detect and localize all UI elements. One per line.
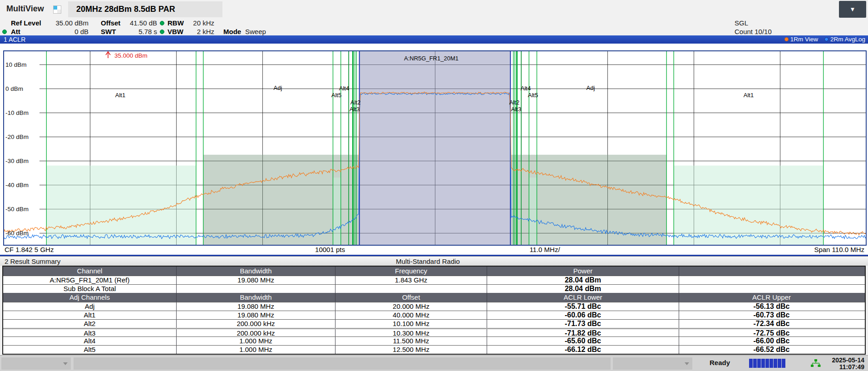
header-cell: Power: [487, 267, 679, 276]
window-menu-button[interactable]: ▼: [839, 1, 866, 18]
sweep-count: Count 10/10: [735, 28, 784, 35]
trace-dot-icon: [784, 37, 789, 41]
data-cell: Alt1: [3, 311, 177, 319]
y-axis-label: -60 dBm: [5, 230, 29, 237]
rbw-label: RBW: [168, 19, 184, 27]
aclr-window-title: 1 ACLR: [4, 36, 25, 43]
data-cell: [679, 285, 864, 293]
y-axis-label: -10 dBm: [5, 109, 29, 116]
data-cell: -60.06 dBc: [487, 311, 679, 319]
data-cell: 28.04 dBm: [487, 285, 679, 293]
table-row: A:NR5G_FR1_20M1 (Ref)19.080 MHz1.843 GHz…: [3, 276, 865, 284]
y-axis-label: -20 dBm: [5, 134, 29, 140]
channel-annotation: Alt2: [350, 99, 360, 106]
network-icon: [811, 358, 821, 368]
mode-value[interactable]: Sweep: [245, 28, 272, 35]
data-cell: -56.13 dBc: [679, 302, 864, 311]
data-cell: 200.000 kHz: [177, 320, 335, 328]
progress-segment: [765, 359, 769, 368]
limit-region-tx-channel: [360, 51, 511, 245]
data-cell: 10.100 MHz: [335, 320, 487, 328]
data-cell: -72.75 dBc: [679, 329, 864, 336]
data-cell: 28.04 dBm: [487, 276, 679, 284]
data-cell: 12.500 MHz: [335, 346, 487, 354]
data-cell: 20.000 MHz: [335, 302, 487, 311]
legend-trace-label: 2Rm AvgLog: [830, 36, 865, 43]
y-axis-label: -50 dBm: [5, 206, 29, 213]
center-frequency[interactable]: CF 1.842 5 GHz: [5, 246, 54, 253]
channel-annotation: Alt1: [115, 92, 125, 99]
status-dropdown-left[interactable]: [1, 357, 71, 370]
chart-footer: CF 1.842 5 GHz 10001 pts 11.0 MHz/ Span …: [0, 246, 868, 255]
ref-level-value[interactable]: 35.00 dBm: [43, 19, 89, 27]
legend-trace-1[interactable]: 1Rm View: [784, 36, 818, 43]
sweep-progress-bar: [749, 359, 785, 368]
progress-segment: [774, 359, 777, 368]
multiview-label[interactable]: MultiView: [6, 4, 44, 14]
swt-label: SWT: [101, 28, 116, 35]
tab-measurement-channel[interactable]: 20MHz 28dBm 8.5dB PAR: [68, 1, 222, 17]
data-cell: 19.080 MHz: [177, 276, 335, 284]
chevron-down-icon: [63, 362, 68, 365]
channel-annotation: Alt4: [521, 85, 531, 92]
ref-level-marker-label: 35.000 dBm: [114, 52, 148, 59]
data-cell: -60.73 dBc: [679, 311, 864, 319]
channel-annotation: Alt3: [350, 106, 360, 113]
table-row: Sub Block A Total28.04 dBm: [3, 284, 865, 293]
data-cell: -66.12 dBc: [487, 346, 679, 354]
progress-segment: [749, 359, 753, 368]
date-value: 2025-05-14: [832, 357, 864, 364]
limit-region-alt5-lower: [333, 178, 340, 245]
data-cell: -66.52 dBc: [679, 346, 864, 354]
header-cell: Adj Channels: [3, 293, 177, 302]
data-cell: 19.080 MHz: [177, 311, 335, 319]
result-summary-titlebar[interactable]: 2 Result Summary Multi-Standard Radio: [0, 256, 868, 266]
legend-trace-2[interactable]: 2Rm AvgLog: [824, 36, 865, 43]
spectrum-analyzer-screen: MultiView 20MHz 28dBm 8.5dB PAR ▼ Ref Le…: [0, 0, 868, 371]
header-cell: ACLR Lower: [487, 293, 679, 302]
data-cell: -71.82 dBc: [487, 329, 679, 336]
data-cell: 1.000 MHz: [177, 346, 335, 354]
result-summary-title: 2 Result Summary: [5, 257, 60, 265]
table-row: Alt51.000 MHz12.500 MHz-66.12 dBc-66.52 …: [3, 345, 865, 354]
data-cell: 11.500 MHz: [335, 337, 487, 345]
result-summary-subtitle: Multi-Standard Radio: [396, 257, 460, 265]
offset-value[interactable]: 41.50 dB: [123, 19, 157, 27]
status-message-bar: [74, 357, 611, 370]
swt-value[interactable]: 5.78 s: [123, 28, 157, 35]
trace-legend: 1Rm View2Rm AvgLog: [784, 36, 865, 43]
vbw-value[interactable]: 2 kHz: [187, 28, 214, 35]
table-header-row: Adj ChannelsBandwidthOffsetACLR LowerACL…: [3, 293, 865, 302]
channel-annotation: Alt2: [509, 99, 519, 106]
data-cell: [177, 285, 335, 293]
att-value[interactable]: 0 dB: [43, 28, 89, 35]
progress-segment: [753, 359, 757, 368]
data-cell: 40.000 MHz: [335, 311, 487, 319]
trace-dot-icon: [824, 37, 829, 41]
progress-segment: [757, 359, 761, 368]
table-row: Alt3200.000 kHz10.300 MHz-71.82 dBc-72.7…: [3, 328, 865, 336]
table-row: Alt41.000 MHz11.500 MHz-65.60 dBc-66.00 …: [3, 336, 865, 345]
data-cell: A:NR5G_FR1_20M1 (Ref): [3, 276, 177, 284]
span-value[interactable]: Span 110.0 MHz: [814, 246, 864, 253]
data-cell: Alt5: [3, 346, 177, 354]
limit-region-alt5-upper: [529, 178, 537, 245]
data-cell: Alt3: [3, 329, 177, 336]
channel-annotation: Alt5: [528, 92, 538, 99]
time-value: 11:07:49: [832, 364, 864, 371]
att-label: Att: [11, 28, 20, 35]
y-axis-label: -40 dBm: [5, 182, 29, 188]
data-cell: 10.300 MHz: [335, 329, 487, 336]
rbw-value[interactable]: 20 kHz: [187, 19, 214, 27]
data-cell: Sub Block A Total: [3, 285, 177, 293]
spectrum-chart[interactable]: 10 dBm0 dBm-10 dBm-20 dBm-30 dBm-40 dBm-…: [0, 44, 868, 246]
table-row: Adj19.080 MHz20.000 MHz-55.71 dBc-56.13 …: [3, 302, 865, 311]
status-dropdown-right[interactable]: [613, 357, 692, 370]
aclr-window-titlebar[interactable]: 1 ACLR 1Rm View2Rm AvgLog: [0, 35, 868, 44]
header-cell: Frequency: [335, 267, 487, 276]
header-cell: Bandwidth: [177, 267, 335, 276]
tx-channel-label: A:NR5G_FR1_20M1: [404, 55, 459, 62]
channel-annotation: Alt1: [744, 92, 754, 99]
result-summary-table: ChannelBandwidthFrequencyPowerA:NR5G_FR1…: [2, 266, 866, 355]
data-cell: 1.000 MHz: [177, 337, 335, 345]
